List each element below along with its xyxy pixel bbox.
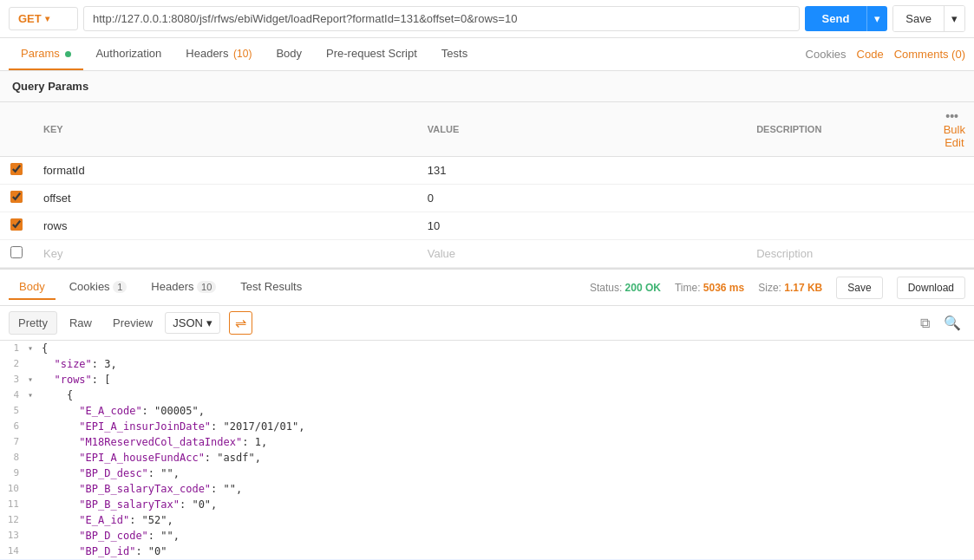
row3-desc[interactable] [746,212,933,240]
json-tab-preview[interactable]: Preview [104,312,161,334]
save-button-group: Save ▾ [892,5,965,32]
row3-checkbox[interactable] [10,218,23,231]
row1-value[interactable]: 131 [417,157,746,185]
resp-tab-body[interactable]: Body [9,275,56,300]
code-content: "rows": [ [40,372,974,387]
json-tab-raw[interactable]: Raw [61,312,101,334]
json-tab-pretty[interactable]: Pretty [9,311,57,335]
fold-arrow-icon[interactable]: ▾ [28,372,40,387]
code-line: 4▾ { [0,387,974,403]
top-bar: GET ▾ Send ▾ Save ▾ [0,0,974,38]
line-number: 9 [0,466,28,481]
row2-value[interactable]: 0 [417,185,746,212]
send-button-group: Send ▾ [805,6,888,31]
col-actions-header: ••• Bulk Edit [933,102,974,157]
row2-key[interactable]: offset [33,185,417,212]
row3-check-cell [0,212,33,240]
response-download-button[interactable]: Download [897,277,965,299]
tabs-right: Cookies Code Comments (0) [806,48,965,61]
resp-tab-headers[interactable]: Headers 10 [141,275,226,300]
resp-tab-cookies[interactable]: Cookies 1 [59,275,138,300]
tab-headers[interactable]: Headers (10) [173,38,264,70]
row1-checkbox[interactable] [10,163,23,175]
code-content: "BP_D_id": "0" [40,544,974,559]
line-number: 2 [0,356,28,372]
line-number: 12 [0,512,28,528]
copy-button[interactable]: ⧉ [916,313,934,334]
code-line: 3▾ "rows": [ [0,372,974,387]
comments-link[interactable]: Comments (0) [894,48,965,61]
code-content: "BP_D_code": "", [40,528,974,544]
line-number: 1 [0,341,28,356]
code-content: "BP_B_salaryTax": "0", [40,497,974,512]
tab-authorization[interactable]: Authorization [83,38,173,70]
code-line: 8 "EPI_A_houseFundAcc": "asdf", [0,450,974,466]
tab-tests[interactable]: Tests [429,38,480,70]
code-area[interactable]: 1▾{2 "size": 3,3▾ "rows": [4▾ {5 "E_A_co… [0,341,974,560]
save-button[interactable]: Save [893,6,944,31]
line-number: 11 [0,497,28,512]
tab-body[interactable]: Body [264,38,314,70]
col-check [0,102,33,157]
table-row: rows 10 [0,212,974,240]
code-line: 12 "E_A_id": "52", [0,512,974,528]
resp-tab-test-results[interactable]: Test Results [230,275,312,300]
params-dot [65,51,71,57]
code-content: "E_A_id": "52", [40,512,974,528]
code-content: "M18ReservedCol_dataIndex": 1, [40,434,974,450]
method-select[interactable]: GET ▾ [9,7,78,30]
code-line: 9 "BP_D_desc": "", [0,466,974,481]
code-content: "BP_D_desc": "", [40,466,974,481]
row3-value[interactable]: 10 [417,212,746,240]
row1-key[interactable]: formatId [33,157,417,185]
search-button[interactable]: 🔍 [939,312,965,334]
send-arrow-button[interactable]: ▾ [866,6,887,31]
line-number: 4 [0,387,28,403]
send-button[interactable]: Send [805,6,867,31]
code-content: "E_A_code": "00005", [40,403,974,419]
response-bar: Body Cookies 1 Headers 10 Test Results S… [0,268,974,306]
wrap-icon[interactable]: ⇌ [229,311,252,335]
line-number: 6 [0,419,28,434]
save-arrow-button[interactable]: ▾ [944,6,964,31]
tab-pre-request[interactable]: Pre-request Script [314,38,429,70]
tab-params[interactable]: Params [9,38,83,70]
code-link[interactable]: Code [857,48,884,61]
row2-actions [933,185,974,212]
params-table: KEY VALUE DESCRIPTION ••• Bulk Edit form… [0,102,974,268]
col-value-header: VALUE [417,102,746,157]
code-content: "EPI_A_houseFundAcc": "asdf", [40,450,974,466]
cookies-count-badge: 1 [113,281,127,293]
dots-icon[interactable]: ••• [945,109,958,123]
method-chevron-icon: ▾ [45,14,49,23]
table-row: formatId 131 [0,157,974,185]
code-line: 10 "BP_B_salaryTax_code": "", [0,481,974,497]
row2-checkbox[interactable] [10,191,23,203]
json-toolbar: Pretty Raw Preview JSON ▾ ⇌ ⧉ 🔍 [0,306,974,341]
table-row-new: Key Value Description [0,240,974,268]
row1-desc[interactable] [746,157,933,185]
time-label: Time: 5036 ms [675,282,744,294]
new-row-checkbox[interactable] [10,246,23,258]
fold-arrow-icon[interactable]: ▾ [28,341,40,356]
headers-count-badge: 10 [197,281,216,293]
bulk-edit-button[interactable]: Bulk Edit [944,123,965,149]
new-row-key[interactable]: Key [33,240,417,268]
cookies-link[interactable]: Cookies [806,48,847,61]
query-params-title: Query Params [0,71,974,102]
fold-arrow-icon[interactable]: ▾ [28,387,40,403]
format-label: JSON [173,316,203,329]
line-number: 14 [0,544,28,559]
code-line: 7 "M18ReservedCol_dataIndex": 1, [0,434,974,450]
new-row-value[interactable]: Value [417,240,746,268]
response-save-button[interactable]: Save [836,277,882,299]
row1-check-cell [0,157,33,185]
json-format-select[interactable]: JSON ▾ [165,312,220,334]
url-input[interactable] [83,6,800,31]
line-number: 5 [0,403,28,419]
row2-desc[interactable] [746,185,933,212]
row3-key[interactable]: rows [33,212,417,240]
new-row-desc[interactable]: Description [746,240,933,268]
headers-badge: (10) [233,48,252,60]
status-info: Status: 200 OK Time: 5036 ms Size: 1.17 … [590,277,965,299]
